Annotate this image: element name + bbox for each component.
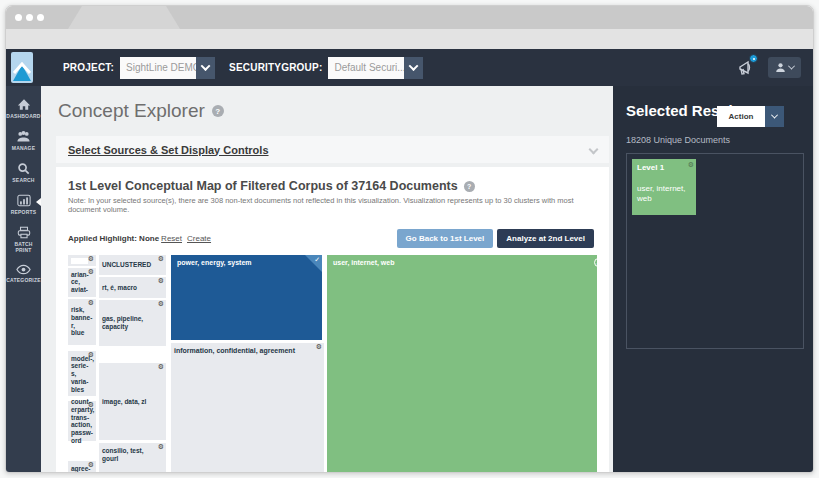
securitygroup-label: SECURITYGROUP:: [229, 62, 322, 73]
reset-highlight-link[interactable]: Reset: [161, 234, 182, 243]
chevron-down-icon: [771, 112, 778, 119]
window-control-icon[interactable]: [15, 14, 22, 21]
project-select[interactable]: SightLine DEMO: [120, 57, 196, 79]
gear-icon[interactable]: ⚙: [88, 461, 94, 469]
sources-controls-toggle[interactable]: Select Sources & Set Display Controls: [56, 136, 609, 163]
chevron-down-icon: [201, 61, 211, 71]
concept-map-panel: 1st Level Conceptual Map of Filtered Cor…: [56, 167, 609, 473]
screenshot-stage: PROJECT: SightLine DEMO SECURITYGROUP: D…: [0, 0, 819, 478]
gear-icon[interactable]: ⚙: [316, 343, 322, 351]
cluster-tile[interactable]: model-, serie-s, varia-bles ⚙: [68, 351, 96, 396]
bar-chart-icon: [17, 194, 31, 207]
users-icon: [16, 130, 31, 143]
gear-icon[interactable]: ⚙: [88, 268, 94, 276]
selected-results-panel: Selected Results Action 18208 Unique Doc…: [613, 86, 813, 473]
sightline-logo-icon[interactable]: [11, 52, 33, 83]
map-title: 1st Level Conceptual Map of Filtered Cor…: [68, 179, 597, 193]
gear-icon[interactable]: ⚙: [688, 161, 694, 169]
gear-icon[interactable]: ⚙: [88, 299, 94, 307]
browser-window: PROJECT: SightLine DEMO SECURITYGROUP: D…: [5, 5, 814, 473]
check-icon: ✓: [594, 258, 597, 267]
level-name: Level 1: [637, 163, 664, 172]
selected-level-tile[interactable]: Level 1 ⚙ user, internet, web: [632, 159, 696, 215]
browser-titlebar: [6, 6, 813, 29]
cluster-tile[interactable]: UNCLUSTERED ⚙: [99, 255, 166, 275]
action-button[interactable]: Action: [717, 106, 765, 127]
gear-icon[interactable]: ⚙: [88, 255, 94, 263]
cluster-tile[interactable]: arian-ce, aviat- ⚙: [68, 268, 96, 297]
concept-treemap: ⚙ arian-ce, aviat- ⚙ risk, banne-r, blue…: [68, 255, 597, 473]
applied-highlight-label: Applied Highlight: None: [68, 234, 159, 243]
cluster-tile[interactable]: count-erparty, trans-action, passw-ord ⚙: [68, 401, 96, 441]
sidebar-item-search[interactable]: SEARCH: [6, 157, 41, 189]
project-label: PROJECT:: [63, 62, 114, 73]
notifications-button[interactable]: [736, 58, 756, 78]
map-note: Note: In your selected source(s), there …: [68, 196, 597, 214]
cluster-tile[interactable]: image, data, zl ⚙: [99, 363, 166, 440]
sidebar-item-categorize[interactable]: CATEGORIZE: [6, 259, 41, 289]
window-control-icon[interactable]: [37, 14, 44, 21]
create-highlight-link[interactable]: Create: [187, 234, 211, 243]
left-sidebar: DASHBOARD MANAGE SEARC: [6, 86, 41, 473]
securitygroup-select[interactable]: Default Securi...: [328, 57, 404, 79]
home-icon: [17, 98, 31, 111]
cluster-tile-information-confidential[interactable]: information, confidential, agreement ⚙: [171, 343, 324, 473]
unique-documents-count: 18208 Unique Documents: [626, 135, 730, 145]
cluster-tile[interactable]: gas, pipeline, capacity ⚙: [99, 300, 166, 346]
window-control-icon[interactable]: [26, 14, 33, 21]
gear-icon[interactable]: ⚙: [158, 300, 164, 308]
app-navbar: PROJECT: SightLine DEMO SECURITYGROUP: D…: [6, 49, 813, 86]
sidebar-item-manage[interactable]: MANAGE: [6, 125, 41, 157]
gear-icon[interactable]: ⚙: [158, 277, 164, 285]
help-icon[interactable]: ?: [212, 105, 224, 117]
sidebar-item-batch-print[interactable]: BATCH PRINT: [6, 221, 41, 259]
cluster-tile-user-internet-web[interactable]: user, internet, web ✓: [327, 255, 597, 473]
gear-icon[interactable]: ⚙: [158, 363, 164, 371]
eye-icon: [16, 264, 31, 275]
chevron-down-icon: [788, 63, 795, 70]
go-back-1st-level-button[interactable]: Go Back to 1st Level: [397, 229, 494, 248]
securitygroup-select-chevron[interactable]: [404, 57, 423, 79]
sidebar-item-dashboard[interactable]: DASHBOARD: [6, 93, 41, 125]
cluster-tile[interactable]: ⚙: [68, 255, 96, 266]
sources-toggle-label[interactable]: Select Sources & Set Display Controls: [68, 144, 269, 156]
project-select-chevron[interactable]: [196, 57, 215, 79]
notification-badge: [749, 54, 758, 63]
gear-icon[interactable]: ⚙: [88, 401, 94, 409]
action-dropdown-button[interactable]: [765, 106, 784, 127]
selected-results-box: Level 1 ⚙ user, internet, web: [626, 153, 804, 349]
cluster-tile-power-energy-system[interactable]: power, energy, system ✓: [171, 255, 322, 340]
sidebar-item-reports[interactable]: REPORTS: [6, 189, 41, 221]
browser-addressbar[interactable]: [6, 29, 813, 49]
check-icon: ✓: [314, 256, 320, 264]
gear-icon[interactable]: ⚙: [158, 255, 164, 263]
chevron-down-icon: [409, 61, 419, 71]
analyze-2nd-level-button[interactable]: Analyze at 2nd Level: [497, 229, 594, 248]
gear-icon[interactable]: ⚙: [88, 351, 94, 359]
printer-icon: [17, 226, 31, 239]
cluster-tile[interactable]: risk, banne-r, blue ⚙: [68, 299, 96, 345]
search-icon: [17, 162, 30, 175]
cluster-tile[interactable]: rt, é, macro ⚙: [99, 277, 166, 298]
redacted-label: [71, 258, 88, 264]
gear-icon[interactable]: ⚙: [158, 443, 164, 451]
user-menu-button[interactable]: [768, 57, 801, 78]
cluster-tile[interactable]: consilio, test, gourl ⚙: [99, 443, 166, 473]
main-content: Concept Explorer ? Select Sources & Set …: [41, 86, 613, 473]
cluster-tile[interactable]: agree-ment, llc, asset ⚙: [68, 461, 96, 473]
person-icon: [775, 62, 786, 73]
help-icon[interactable]: ?: [464, 181, 475, 192]
browser-tab[interactable]: [68, 6, 180, 29]
page-title: Concept Explorer ?: [58, 100, 224, 122]
chevron-down-icon: [589, 145, 599, 155]
level-cluster-label: user, internet, web: [637, 184, 688, 204]
